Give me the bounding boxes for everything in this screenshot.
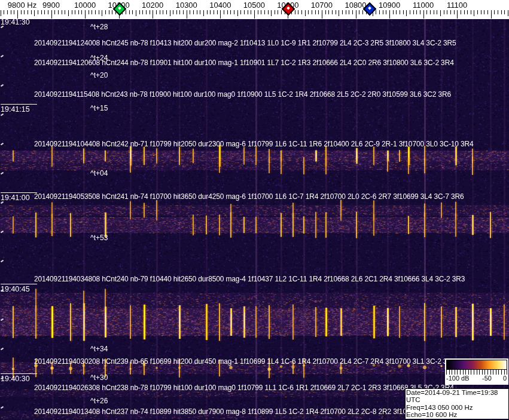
meteor-spectrogram-app: 9800 Hz990010000101001020010300104001050… [0,0,509,420]
freq-tick [454,10,455,14]
freq-tick [504,10,505,14]
freq-tick [227,10,228,14]
freq-tick [89,10,89,14]
time-minor-tick [1,318,4,321]
freq-tick [339,10,339,16]
time-minor-tick [1,55,4,58]
marker-core [287,7,291,10]
freq-label-10000: 10000 [74,1,96,10]
freq-tick [315,10,316,14]
freq-tick [447,10,447,14]
freq-tick [444,10,444,14]
freq-tick [136,10,136,16]
time-minor-tick [1,172,4,175]
colorbar-gradient [446,360,507,370]
freq-tick [44,10,45,14]
freq-tick [312,10,312,14]
time-label: 19:40:45 [1,284,37,293]
freq-tick [156,10,157,14]
time-minor-tick [1,114,4,117]
freq-tick [400,10,400,14]
freq-tick [298,10,298,14]
freq-tick [474,10,474,16]
freq-tick [166,10,167,14]
freq-tick [484,10,484,14]
time-label: 19:41:15 [1,104,37,114]
freq-tick [85,10,86,19]
freq-tick [450,10,451,14]
freq-tick [150,10,150,14]
freq-label-10700: 10700 [311,1,333,10]
freq-tick [383,10,383,14]
event-time-marker: ^t+53 [90,234,108,242]
freq-tick [305,10,306,16]
freq-tick [389,10,390,19]
freq-tick [129,10,130,14]
freq-tick [318,10,319,14]
freq-tick [440,10,441,16]
freq-tick [467,10,468,14]
freq-tick [457,10,458,19]
freq-tick [406,10,407,16]
freq-tick [352,10,353,14]
freq-tick [105,10,106,14]
time-minor-tick [1,143,4,146]
event-time-marker: ^t+26 [90,397,108,405]
freq-tick [268,10,269,14]
freq-tick [139,10,140,14]
event-time-marker: ^t+28 [90,23,108,31]
freq-tick [501,10,502,14]
detection-log-line: 20140921194026308 hCnt238 nb-78 f10799 h… [34,384,454,392]
freq-tick [173,10,173,14]
freq-label-10300: 10300 [176,1,197,10]
freq-tick [491,10,492,19]
freq-tick [112,10,112,14]
freq-tick [420,10,420,14]
freq-label-10200: 10200 [142,1,163,10]
freq-tick [230,10,231,14]
freq-tick [54,10,55,14]
detection-log-line: 20140921194053508 hCnt241 nb-74 f10700 h… [34,192,464,201]
freq-tick [481,10,481,14]
freq-tick [264,10,265,14]
freq-tick [170,10,170,16]
freq-tick [413,10,414,14]
info-frequency: Freq=143 050 000 Hz [406,404,508,411]
freq-tick [393,10,394,14]
freq-tick [410,10,410,14]
detection-log-line: 20140921194124008 hCnt245 nb-78 f10413 h… [34,39,456,47]
freq-tick [237,10,238,16]
detection-log-line: 20140921194104408 hCnt242 nb-71 f10799 h… [34,140,474,148]
freq-tick [295,10,295,14]
frequency-ruler: 9800 Hz990010000101001020010300104001050… [0,0,509,19]
info-echo-frequency: Echo=10 600 Hz [406,411,508,418]
freq-tick [65,10,65,14]
freq-tick [92,10,92,14]
freq-tick [258,10,258,14]
time-label: 19:40:30 [1,373,37,383]
freq-tick [190,10,190,14]
freq-tick [281,10,282,14]
event-time-marker: ^t+15 [90,104,108,112]
freq-tick [4,10,4,14]
freq-tick [163,10,163,14]
freq-tick [322,10,322,19]
event-time-marker: ^t+04 [90,169,108,177]
freq-label-10500: 10500 [243,1,265,10]
freq-tick [210,10,211,14]
freq-tick [248,10,248,14]
freq-tick [75,10,75,14]
freq-tick [176,10,177,14]
freq-tick [244,10,245,14]
freq-tick [423,10,424,19]
freq-tick [254,10,255,19]
freq-tick [62,10,62,14]
freq-tick [342,10,343,14]
freq-tick [471,10,471,14]
freq-tick [214,10,214,14]
freq-tick [203,10,204,16]
colorbar-panel: -100 dB -50 0 [445,358,508,385]
detection-log-line: 20140921194013408 hCnt237 nb-74 f10899 h… [34,407,438,416]
freq-tick [261,10,261,14]
freq-tick [240,10,241,14]
